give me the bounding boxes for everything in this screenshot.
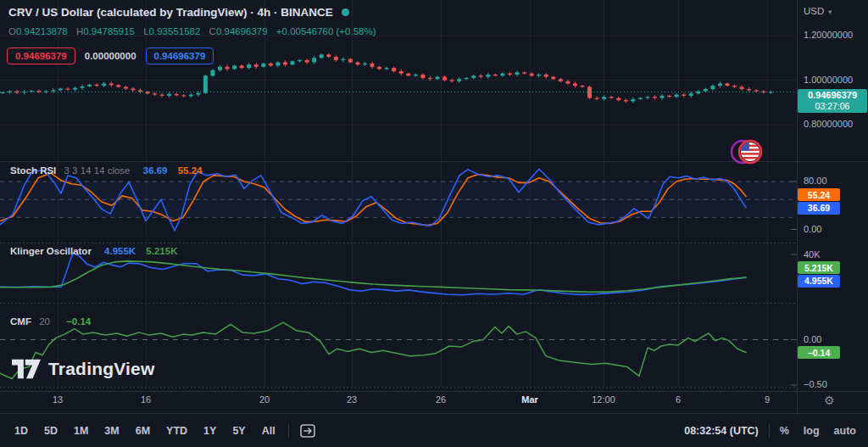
stoch-d-badge: 55.24: [798, 188, 840, 201]
time-label-16: 16: [127, 394, 164, 405]
stoch-k-value: 36.69: [143, 165, 168, 176]
time-label-mar: Mar: [511, 394, 548, 405]
klinger-signal-value: 5.215K: [146, 246, 177, 256]
us-economic-event-icon[interactable]: [726, 134, 768, 170]
toolbar-divider-2: [769, 424, 770, 438]
range-3m-button[interactable]: 3M: [102, 423, 121, 439]
last-price-badge: 0.94696379 03:27:06: [798, 89, 867, 113]
range-6m-button[interactable]: 6M: [133, 423, 153, 439]
range-selector: 1D 5D 1M 3M 6M YTD 1Y 5Y All: [12, 423, 278, 439]
time-label-26: 26: [422, 394, 459, 405]
timezone-clock[interactable]: 08:32:54 (UTC): [684, 425, 759, 437]
range-5d-button[interactable]: 5D: [42, 423, 60, 439]
stoch-rsi-title[interactable]: Stoch RSI: [10, 165, 56, 176]
stoch-rsi-params: 3 3 14 14 close: [64, 165, 131, 176]
buy-price-button[interactable]: 0.94696379: [146, 47, 214, 64]
bar-countdown: 03:27:06: [815, 101, 850, 112]
close-value: 0.94696379: [216, 26, 268, 36]
stoch-k-badge: 36.69: [798, 202, 840, 215]
spread-value: 0.00000000: [85, 51, 136, 61]
cmf-value: −0.14: [66, 316, 91, 327]
time-label-20: 20: [246, 394, 283, 405]
price-axis-label-2: 1.00000000: [804, 75, 853, 85]
cmf-axis-0: 0.00: [804, 334, 821, 344]
tradingview-chart-window: CRV / US Dollar (calculated by TradingVi…: [0, 0, 868, 447]
chevron-down-icon: ▼: [826, 8, 833, 16]
cmf-legend[interactable]: CMF 20 −0.14: [10, 316, 91, 327]
time-label-1200: 12:00: [585, 394, 622, 405]
range-1d-button[interactable]: 1D: [12, 423, 31, 439]
go-to-date-icon[interactable]: [299, 423, 316, 439]
bid-ask-row: 0.94696379 0.00000000 0.94696379: [7, 47, 214, 64]
klinger-axis-40k: 40K: [804, 249, 821, 260]
cmf-badge: −0.14: [798, 346, 840, 359]
cmf-axis-neg50: −0.50: [804, 379, 827, 389]
close-label: C: [209, 26, 216, 36]
high-value: 0.94785915: [83, 26, 135, 36]
time-label-6: 6: [659, 394, 697, 405]
stoch-axis-0: 0.00: [804, 224, 821, 234]
stoch-rsi-legend[interactable]: Stoch RSI 3 3 14 14 close 36.69 55.24: [10, 165, 203, 176]
open-value: 0.94213878: [16, 26, 68, 36]
klinger-legend[interactable]: Klinger Oscillator 4.955K 5.215K: [10, 246, 177, 256]
market-open-dot-icon: [342, 8, 349, 16]
low-value: 0.93551582: [149, 26, 201, 36]
sell-price-button[interactable]: 0.94696379: [7, 47, 75, 64]
time-label-9: 9: [748, 394, 786, 405]
tradingview-logo-text: TradingView: [48, 359, 155, 379]
stoch-axis-80: 80.00: [804, 176, 827, 186]
toolbar-divider: [288, 424, 289, 438]
cmf-title[interactable]: CMF: [10, 316, 31, 327]
tradingview-watermark[interactable]: TradingView: [12, 359, 155, 379]
time-label-23: 23: [333, 394, 370, 405]
auto-scale-button[interactable]: auto: [834, 425, 856, 437]
change-value: +0.00546760 (+0.58%): [276, 26, 376, 36]
klinger-title[interactable]: Klinger Oscillator: [10, 246, 92, 256]
klinger-ko-badge: 4.955K: [798, 275, 840, 288]
currency-dropdown[interactable]: USD▼: [804, 6, 833, 16]
tradingview-logo-icon: [12, 359, 41, 379]
range-1m-button[interactable]: 1M: [71, 423, 91, 439]
currency-label: USD: [804, 6, 824, 16]
chart-canvas[interactable]: [0, 0, 868, 447]
symbol-title[interactable]: CRV / US Dollar (calculated by TradingVi…: [8, 6, 333, 19]
range-all-button[interactable]: All: [259, 423, 278, 439]
scale-options: % log auto: [780, 425, 856, 437]
log-scale-button[interactable]: log: [804, 425, 820, 437]
price-axis-label-3: 0.80000000: [804, 119, 853, 129]
cmf-params: 20: [39, 316, 50, 327]
range-1y-button[interactable]: 1Y: [201, 423, 219, 439]
stoch-d-value: 55.24: [178, 165, 203, 176]
percent-scale-button[interactable]: %: [780, 425, 789, 437]
ohlc-values-row: O0.94213878 H0.94785915 L0.93551582 C0.9…: [8, 26, 376, 36]
klinger-signal-badge: 5.215K: [798, 261, 840, 274]
range-5y-button[interactable]: 5Y: [230, 423, 248, 439]
high-label: H: [76, 26, 83, 36]
open-label: O: [8, 26, 16, 36]
last-price-value: 0.94696379: [808, 90, 857, 101]
symbol-title-row[interactable]: CRV / US Dollar (calculated by TradingVi…: [8, 6, 349, 19]
time-axis-settings-gear-icon[interactable]: ⚙: [824, 394, 835, 407]
range-ytd-button[interactable]: YTD: [164, 423, 190, 439]
klinger-ko-value: 4.955K: [104, 246, 136, 256]
time-label-13: 13: [39, 394, 76, 405]
price-axis-label-1: 1.20000000: [804, 30, 853, 40]
bottom-toolbar: 1D 5D 1M 3M 6M YTD 1Y 5Y All 08:32:54 (U…: [0, 414, 868, 447]
